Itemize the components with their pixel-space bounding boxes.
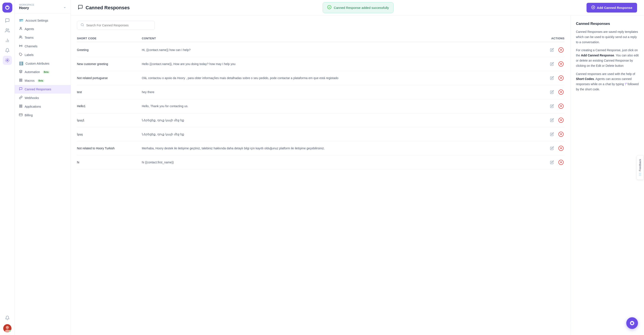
cell-actions-5: ✕: [538, 117, 564, 124]
svg-point-13: [20, 46, 21, 46]
user-avatar[interactable]: [3, 324, 12, 332]
custom-attributes-icon: ℹ️: [19, 62, 23, 66]
delete-button-1[interactable]: ✕: [558, 60, 564, 68]
cell-actions-4: ✕: [538, 103, 564, 110]
cell-actions-3: ✕: [538, 88, 564, 96]
bot-button[interactable]: [626, 317, 638, 329]
workspace-info: Workspace Hoory: [19, 4, 34, 10]
cell-shortcode-4: Hello1: [77, 104, 142, 108]
sidebar-item-label: Billing: [25, 114, 33, 117]
sidebar-item-label: Canned Responses: [25, 88, 51, 91]
delete-circle-icon: ✕: [558, 104, 564, 109]
cell-content-6: Ներեցեք, դուք կայի մեջ եք: [142, 132, 538, 136]
sidebar-item-labels[interactable]: Labels: [15, 50, 71, 59]
info-panel-title: Canned Responses: [576, 22, 639, 26]
edit-button-3[interactable]: [548, 88, 556, 96]
canned-responses-icon: [19, 87, 22, 92]
cell-content-2: Olá, contactou o apoio da Hoory , para o…: [142, 76, 538, 80]
table-row: test hey there ✕: [77, 85, 564, 99]
edit-button-4[interactable]: [548, 103, 556, 110]
rail-reports-icon[interactable]: [3, 36, 12, 45]
delete-circle-icon: ✕: [558, 118, 564, 123]
sidebar-item-custom-attributes[interactable]: ℹ️ Custom Attributes: [15, 59, 71, 68]
account-settings-icon: 🪪: [19, 18, 23, 22]
delete-button-4[interactable]: ✕: [558, 103, 564, 110]
table-row: hi hi {{contact.first_name}} ✕: [77, 156, 564, 170]
edit-button-5[interactable]: [548, 117, 556, 124]
teams-icon: [19, 36, 22, 40]
table-row: Hello1 Hello, Thank you for contacting u…: [77, 99, 564, 113]
rail-notifications-icon[interactable]: [3, 46, 12, 55]
app-logo[interactable]: [2, 2, 12, 12]
rail-bell-icon[interactable]: [3, 314, 12, 322]
icon-rail: [0, 0, 15, 335]
sidebar-item-label: Applications: [25, 105, 41, 108]
table-body: Greeting Hi, {{contact.name}} how can I …: [77, 43, 564, 330]
workspace-chevron-icon[interactable]: ⌄: [63, 4, 66, 9]
sidebar-item-applications[interactable]: Applications: [15, 102, 71, 111]
sidebar-item-macros[interactable]: Macros Beta: [15, 76, 71, 85]
sidebar-item-channels[interactable]: Channels: [15, 42, 71, 50]
delete-circle-icon: ✕: [558, 62, 564, 66]
cell-shortcode-6: կայ: [77, 132, 142, 136]
page-title: Canned Responses: [86, 5, 130, 10]
table-row: New customer greeting Hello {{contact.na…: [77, 57, 564, 71]
col-header-shortcode: Short Code: [77, 37, 142, 40]
info-panel: Canned Responses Canned Responses are sa…: [570, 16, 644, 335]
workspace-label: Workspace: [19, 4, 34, 6]
table-panel: Short Code Content Actions Greeting Hi, …: [71, 16, 570, 335]
page-title-icon: [78, 4, 83, 11]
delete-button-8[interactable]: ✕: [558, 159, 564, 166]
rail-contacts-icon[interactable]: [3, 26, 12, 35]
edit-button-6[interactable]: [548, 131, 556, 138]
svg-rect-18: [20, 80, 20, 82]
sidebar-item-account-settings[interactable]: 🪪 Account Settings: [15, 16, 71, 25]
cell-content-7: Merhaba, Hoory destek ile iletişime geçt…: [142, 146, 538, 151]
applications-icon: [19, 104, 22, 109]
delete-button-2[interactable]: ✕: [558, 74, 564, 82]
edit-button-2[interactable]: [548, 74, 556, 82]
edit-button-1[interactable]: [548, 60, 556, 68]
cell-actions-0: ✕: [538, 46, 564, 54]
edit-button-0[interactable]: [548, 46, 556, 54]
search-input[interactable]: [86, 24, 151, 27]
mail-icon: ✉️: [638, 173, 642, 176]
cell-actions-8: ✕: [538, 159, 564, 166]
workspace-header[interactable]: Workspace Hoory ⌄: [15, 0, 71, 14]
labels-icon: [19, 53, 22, 57]
search-bar[interactable]: [77, 21, 155, 30]
delete-button-3[interactable]: ✕: [558, 88, 564, 96]
rail-settings-icon[interactable]: [3, 56, 12, 65]
info-text-2: For creating a Canned Response, just cli…: [576, 48, 639, 68]
add-canned-response-button[interactable]: Add Canned Response: [586, 3, 637, 12]
sidebar-item-label: Automation: [25, 70, 40, 74]
delete-button-5[interactable]: ✕: [558, 117, 564, 124]
svg-point-9: [6, 326, 9, 329]
svg-rect-22: [20, 106, 20, 108]
delete-button-0[interactable]: ✕: [558, 46, 564, 54]
billing-icon: [19, 113, 22, 117]
table-header: Short Code Content Actions: [77, 35, 564, 42]
delete-button-7[interactable]: ✕: [558, 145, 564, 152]
edit-button-7[interactable]: [548, 145, 556, 152]
main-area: Canned Responses Canned Response added s…: [71, 0, 644, 335]
svg-rect-23: [19, 114, 22, 116]
rail-conversations-icon[interactable]: [3, 16, 12, 25]
sidebar-item-webhooks[interactable]: Webhooks: [15, 94, 71, 102]
toast-message: Canned Response added successfully: [334, 6, 389, 10]
top-header: Canned Responses Canned Response added s…: [71, 0, 644, 16]
delete-button-6[interactable]: ✕: [558, 131, 564, 138]
sidebar-item-canned-responses[interactable]: Canned Responses: [15, 85, 71, 94]
svg-rect-15: [20, 79, 20, 80]
sidebar-item-agents[interactable]: Agents: [15, 25, 71, 33]
sidebar-item-automation[interactable]: Automation Beta: [15, 68, 71, 76]
svg-point-11: [20, 27, 21, 28]
col-header-content: Content: [142, 37, 538, 40]
edit-button-8[interactable]: [548, 159, 556, 166]
macros-beta-badge: Beta: [37, 79, 44, 82]
feedback-tab[interactable]: ✉️ Feedback: [636, 155, 644, 180]
sidebar-item-label: Teams: [25, 36, 34, 39]
sidebar-item-teams[interactable]: Teams: [15, 33, 71, 42]
sidebar-item-billing[interactable]: Billing: [15, 111, 71, 120]
svg-rect-21: [21, 106, 22, 108]
